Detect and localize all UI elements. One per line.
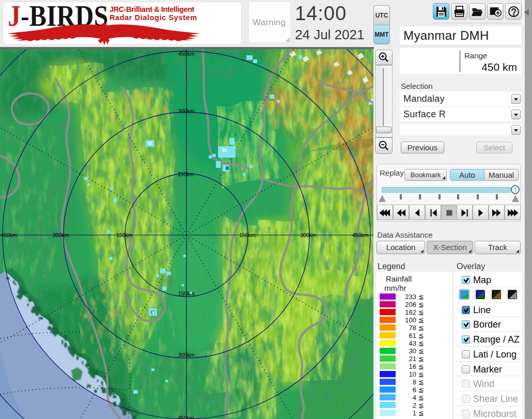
svg-text:450km: 450km — [352, 232, 369, 238]
svg-text:300km: 300km — [300, 232, 317, 238]
svg-text:300km: 300km — [53, 232, 69, 238]
svg-text:450km: 450km — [178, 51, 195, 57]
svg-text:300km: 300km — [178, 108, 195, 114]
svg-text:300km: 300km — [178, 352, 195, 358]
svg-text:450km: 450km — [178, 415, 194, 419]
svg-text:150km: 150km — [178, 171, 194, 177]
svg-text:150km: 150km — [178, 290, 195, 297]
svg-text:150km: 150km — [239, 232, 256, 238]
svg-text:Radar Dialogic System: Radar Dialogic System — [109, 13, 197, 22]
svg-text:JRC-Brilliant & Intelligent: JRC-Brilliant & Intelligent — [109, 5, 195, 13]
svg-text:150km: 150km — [116, 232, 133, 238]
svg-text:450km: 450km — [1, 232, 17, 238]
